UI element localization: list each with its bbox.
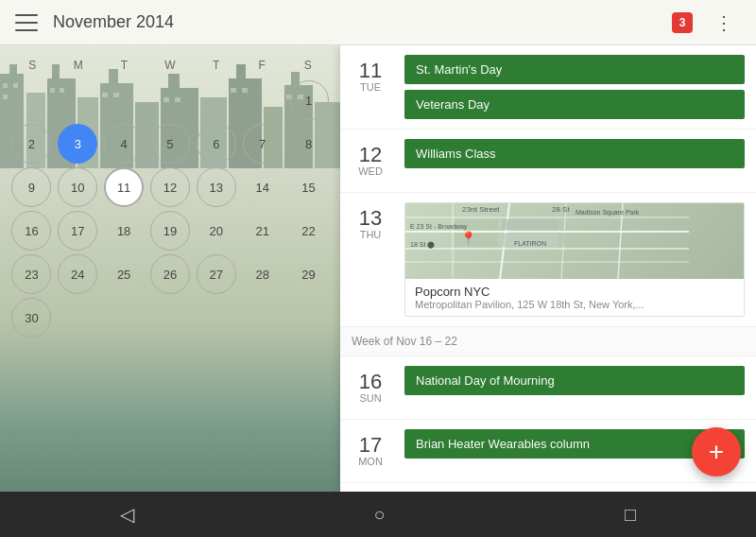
top-bar: November 2014 3 ⋮: [0, 0, 756, 45]
cal-day-10[interactable]: 10: [58, 167, 97, 207]
event-veterans-day[interactable]: Veterans Day: [404, 90, 745, 119]
cal-day-4[interactable]: 4: [104, 124, 144, 164]
cal-day-15[interactable]: 15: [289, 167, 329, 207]
cal-day-29[interactable]: 29: [289, 254, 329, 294]
date-num-13: 13: [352, 208, 389, 229]
map-info: Popcorn NYC Metropolitan Pavilion, 125 W…: [405, 279, 744, 316]
cal-day-2[interactable]: 2: [11, 124, 51, 164]
cal-day-7[interactable]: 7: [243, 124, 283, 164]
event-group-12: 12 Wed Williams Class: [340, 130, 756, 193]
date-col-11: 11 Tue: [340, 45, 397, 129]
map-image: E 23 St - Broadway FLATIRON Madison Squa…: [405, 203, 744, 279]
cal-day-14[interactable]: 14: [243, 167, 283, 207]
date-day-17: Mon: [352, 456, 389, 467]
day-header-m: M: [56, 55, 102, 76]
day-header-s1: S: [9, 55, 56, 76]
cal-day-11[interactable]: 11: [104, 167, 144, 207]
date-day-12: Wed: [352, 165, 389, 177]
cal-day-28[interactable]: 28: [243, 254, 283, 294]
event-popcorn-nyc[interactable]: E 23 St - Broadway FLATIRON Madison Squa…: [404, 202, 745, 317]
cal-day-6[interactable]: 6: [197, 124, 236, 164]
day-header-s2: S: [284, 55, 331, 76]
calendar-badge: 3: [672, 12, 693, 33]
date-num-17: 17: [352, 435, 389, 456]
mini-calendar: S M T W T F S 1 2 3 4 5 6 7 8 9: [9, 55, 331, 338]
calendar-icon-btn[interactable]: 3: [665, 6, 699, 40]
date-col-12: 12 Wed: [340, 130, 397, 192]
fab-add-button[interactable]: +: [692, 427, 741, 476]
event-group-19: 19 Wed Williams Class Repentance Day: [340, 483, 756, 492]
cal-day-16[interactable]: 16: [11, 211, 51, 251]
cal-day-13[interactable]: 13: [197, 167, 236, 207]
map-event-addr: Metropolitan Pavilion, 125 W 18th St, Ne…: [415, 299, 734, 310]
back-button[interactable]: ◁: [101, 495, 153, 533]
bottom-nav: ◁ ○ □: [0, 492, 756, 537]
event-national-day-mourning[interactable]: National Day of Mourning: [404, 366, 745, 395]
top-actions: 3 ⋮: [665, 6, 741, 40]
cal-day-21[interactable]: 21: [243, 211, 283, 251]
svg-text:18 St ⬤: 18 St ⬤: [410, 241, 435, 249]
cal-day-9[interactable]: 9: [11, 167, 51, 207]
date-day-16: Sun: [352, 392, 389, 404]
events-col-11: St. Martin's Day Veterans Day: [397, 45, 756, 129]
cal-day-20[interactable]: 20: [197, 211, 236, 251]
cal-day-30[interactable]: 30: [11, 298, 51, 338]
event-st-martins-day[interactable]: St. Martin's Day: [404, 55, 745, 84]
cal-day-24[interactable]: 24: [58, 254, 97, 294]
cal-day-3[interactable]: 3: [58, 124, 97, 164]
event-williams-class-12[interactable]: Williams Class: [404, 139, 745, 168]
svg-text:FLATIRON: FLATIRON: [514, 240, 546, 247]
svg-text:📍: 📍: [460, 231, 477, 247]
cal-day-23[interactable]: 23: [11, 254, 51, 294]
calendar-day-headers: S M T W T F S: [9, 55, 331, 76]
more-options-btn[interactable]: ⋮: [707, 6, 741, 40]
map-event-title: Popcorn NYC: [415, 285, 734, 299]
event-group-13: 13 Thu: [340, 193, 756, 327]
cal-day-18[interactable]: 18: [104, 211, 144, 251]
app-title: November 2014: [53, 12, 665, 32]
svg-text:Madison Square Park: Madison Square Park: [576, 209, 640, 217]
cal-day-25[interactable]: 25: [104, 254, 144, 294]
date-col-17: 17 Mon: [340, 420, 397, 482]
date-col-19: 19 Wed: [340, 483, 397, 492]
date-col-16: 16 Sun: [340, 356, 397, 419]
cal-day-26[interactable]: 26: [150, 254, 190, 294]
date-day-13: Thu: [352, 229, 389, 240]
date-day-11: Tue: [352, 81, 389, 93]
date-col-13: 13 Thu: [340, 193, 397, 326]
recents-button[interactable]: □: [606, 496, 655, 533]
cal-day-27[interactable]: 27: [197, 254, 236, 294]
right-panel: 11 Tue St. Martin's Day Veterans Day 12 …: [340, 45, 756, 492]
day-header-t2: T: [193, 55, 239, 76]
event-group-16: 16 Sun National Day of Mourning: [340, 356, 756, 420]
day-header-w: W: [147, 55, 194, 76]
menu-icon[interactable]: [15, 14, 38, 31]
week-separator: Week of Nov 16 – 22: [340, 327, 756, 356]
date-num-11: 11: [352, 61, 389, 81]
svg-text:E 23 St - Broadway: E 23 St - Broadway: [410, 223, 468, 231]
events-col-16: National Day of Mourning: [397, 356, 756, 419]
svg-rect-43: [563, 234, 615, 247]
home-button[interactable]: ○: [354, 496, 404, 533]
svg-rect-42: [502, 219, 558, 230]
cal-day-5[interactable]: 5: [150, 124, 190, 164]
cal-day-19[interactable]: 19: [150, 211, 190, 251]
day-header-t1: T: [101, 55, 147, 76]
date-num-12: 12: [352, 145, 389, 165]
left-panel: S M T W T F S 1 2 3 4 5 6 7 8 9: [0, 45, 340, 492]
cal-day-17[interactable]: 17: [58, 211, 97, 251]
events-col-13: E 23 St - Broadway FLATIRON Madison Squa…: [397, 193, 756, 326]
cal-day-22[interactable]: 22: [289, 211, 329, 251]
event-group-11: 11 Tue St. Martin's Day Veterans Day: [340, 45, 756, 130]
cal-day-12[interactable]: 12: [150, 167, 190, 207]
events-col-12: Williams Class: [397, 130, 756, 192]
cal-day-1[interactable]: 1: [289, 80, 329, 120]
events-col-19: Williams Class Repentance Day: [397, 483, 756, 492]
calendar-grid: 1 2 3 4 5 6 7 8 9 10 11 12 13 14 15 16 1…: [9, 79, 331, 338]
date-num-16: 16: [352, 372, 389, 392]
day-header-f: F: [239, 55, 285, 76]
cal-day-8[interactable]: 8: [289, 124, 329, 164]
